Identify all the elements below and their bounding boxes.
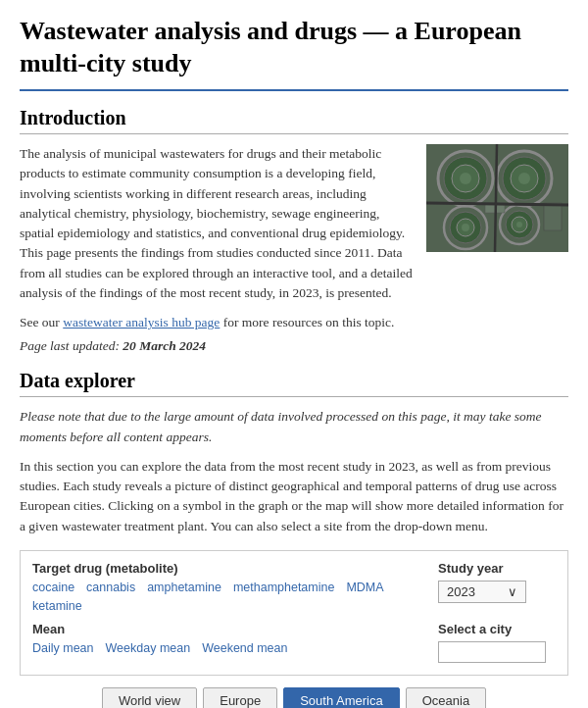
svg-point-17: [516, 222, 522, 228]
mean-btn-weekday[interactable]: Weekday mean: [106, 641, 191, 655]
intro-section-title: Introduction: [20, 107, 568, 134]
select-city-group: Select a city: [438, 622, 556, 663]
intro-body-text: The analysis of municipal wastewaters fo…: [20, 144, 413, 303]
link-line: See our wastewater analysis hub page for…: [20, 313, 568, 332]
study-year-group: Study year 2023 ∨: [438, 561, 556, 603]
mean-btn-daily[interactable]: Daily mean: [32, 641, 94, 655]
intro-image: [426, 144, 568, 252]
view-btn-south-america[interactable]: South America: [283, 687, 400, 708]
study-year-value: 2023: [447, 584, 475, 599]
page-container: Wastewater analysis and drugs — a Europe…: [0, 0, 588, 708]
svg-line-20: [426, 203, 568, 205]
svg-point-5: [460, 173, 471, 184]
data-explorer-section: Data explorer Please note that due to th…: [20, 370, 568, 708]
view-btn-world[interactable]: World view: [102, 687, 197, 708]
mean-options: Daily mean Weekday mean Weekend mean: [32, 641, 438, 655]
drug-btn-cocaine[interactable]: cocaine: [32, 581, 74, 594]
view-btn-europe[interactable]: Europe: [203, 687, 277, 708]
svg-point-9: [518, 173, 530, 184]
intro-content: The analysis of municipal wastewaters fo…: [20, 144, 568, 303]
mean-group: Mean Daily mean Weekday mean Weekend mea…: [32, 622, 438, 655]
drug-btn-ketamine[interactable]: ketamine: [32, 599, 82, 613]
drug-btn-mdma[interactable]: MDMA: [346, 581, 383, 594]
data-explorer-desc: In this section you can explore the data…: [20, 457, 568, 536]
drug-btn-cannabis[interactable]: cannabis: [86, 581, 135, 594]
intro-section: Introduction The analysis of municipal w…: [20, 107, 568, 354]
city-input[interactable]: [438, 641, 546, 663]
study-year-label: Study year: [438, 561, 556, 576]
updated-line: Page last updated: 20 March 2024: [20, 338, 568, 354]
wastewater-hub-link[interactable]: wastewater analysis hub page: [63, 315, 220, 329]
study-year-arrow-icon: ∨: [508, 584, 517, 599]
drug-btn-amphetamine[interactable]: amphetamine: [147, 581, 221, 594]
svg-rect-19: [544, 203, 562, 230]
mean-btn-weekend[interactable]: Weekend mean: [202, 641, 287, 655]
study-year-select[interactable]: 2023 ∨: [438, 581, 526, 603]
select-city-label: Select a city: [438, 622, 556, 636]
updated-date: 20 March 2024: [122, 338, 206, 353]
page-title: Wastewater analysis and drugs — a Europe…: [20, 16, 568, 91]
target-drug-label: Target drug (metabolite): [32, 561, 438, 576]
data-explorer-note: Please note that due to the large amount…: [20, 407, 568, 447]
controls-box: Target drug (metabolite) cocaine cannabi…: [20, 550, 568, 676]
controls-row-2: Mean Daily mean Weekday mean Weekend mea…: [32, 622, 556, 663]
mean-label: Mean: [32, 622, 438, 636]
svg-point-13: [462, 224, 469, 231]
view-btn-oceania[interactable]: Oceania: [406, 687, 486, 708]
target-drug-group: Target drug (metabolite) cocaine cannabi…: [32, 561, 438, 614]
drug-buttons: cocaine cannabis amphetamine methampheta…: [32, 581, 438, 594]
controls-row-1: Target drug (metabolite) cocaine cannabi…: [32, 561, 556, 614]
data-explorer-title: Data explorer: [20, 370, 568, 397]
drug-btn-methamphetamine[interactable]: methamphetamine: [233, 581, 335, 594]
view-buttons: World view Europe South America Oceania: [20, 687, 568, 708]
